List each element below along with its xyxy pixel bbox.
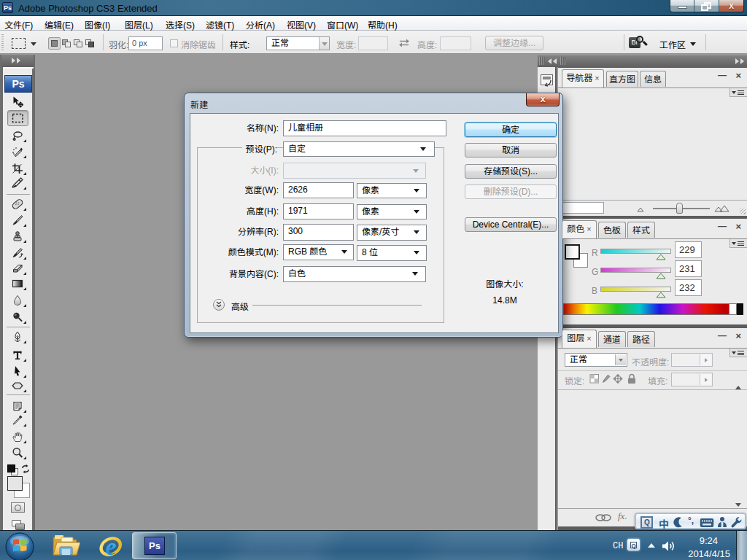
svg-text:e: e xyxy=(105,533,116,559)
